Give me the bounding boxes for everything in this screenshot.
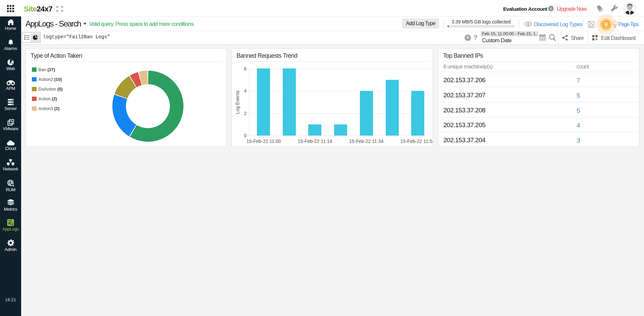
svg-text:4: 4	[244, 88, 247, 94]
svg-text:15-Feb-22 11:34: 15-Feb-22 11:34	[349, 139, 384, 144]
svg-text:15-Feb-22 11:00: 15-Feb-22 11:00	[247, 139, 281, 144]
svg-text:2: 2	[244, 111, 247, 116]
svg-text:15-Feb-22 11:14: 15-Feb-22 11:14	[298, 139, 332, 144]
svg-text:6: 6	[244, 66, 247, 71]
svg-text:0: 0	[244, 133, 247, 138]
svg-text:15-Feb-22 11:54: 15-Feb-22 11:54	[400, 139, 433, 144]
svg-text:Log Events: Log Events	[235, 91, 240, 114]
